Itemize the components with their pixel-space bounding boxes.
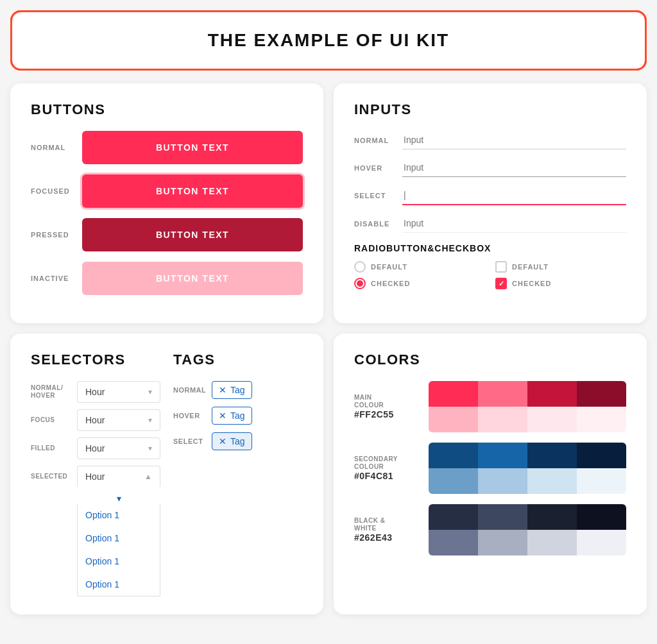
input-normal[interactable] xyxy=(402,131,626,149)
dropdown-caret-icon: ▾ xyxy=(77,493,160,504)
rb-label: DEFAULT xyxy=(371,263,407,271)
dropdown-item-2[interactable]: Option 1 xyxy=(78,550,160,573)
tag-select[interactable]: ✕ Tag xyxy=(212,432,252,450)
tag-row-2: SELECT ✕ Tag xyxy=(173,432,303,450)
checkbox-checked-icon[interactable]: ✓ xyxy=(495,278,507,289)
input-state-label: NORMAL xyxy=(354,137,402,144)
color-palette-0: MAIN COLOUR #FF2C55 xyxy=(354,381,626,432)
button-row: PRESSED BUTTON TEXT xyxy=(31,218,303,251)
tag-row-0: NORMAL ✕ Tag xyxy=(173,381,303,399)
selector-row-0: NORMAL/ HOVER Hour ▾ xyxy=(31,381,160,403)
color-swatch-0-5 xyxy=(478,407,527,432)
input-row: HOVER xyxy=(354,158,626,177)
inputs-card: INPUTS NORMAL HOVER SELECT DISABLE RADIO… xyxy=(334,83,647,323)
color-swatch-1-7 xyxy=(577,468,626,494)
button-state-label: NORMAL xyxy=(31,144,82,151)
selector-value: Hour xyxy=(85,415,105,425)
selector-focus[interactable]: Hour ▾ xyxy=(77,409,160,431)
selector-label: FILLED xyxy=(31,445,77,452)
color-swatch-1-0 xyxy=(429,443,478,468)
radiobutton-title: RADIOBUTTON&CHECKBOX xyxy=(354,243,626,253)
input-state-label: HOVER xyxy=(354,164,402,172)
selector-row-1: FOCUS Hour ▾ xyxy=(31,409,160,431)
rb-row-2: CHECKED xyxy=(354,278,485,289)
colors-title: COLORS xyxy=(354,352,626,368)
tag-x-icon: ✕ xyxy=(219,385,226,395)
btn-inactive[interactable]: BUTTON TEXT xyxy=(82,262,303,295)
tag-state-label: NORMAL xyxy=(173,386,212,394)
selector-selected[interactable]: Hour ▲ xyxy=(77,466,160,487)
color-swatch-1-6 xyxy=(527,468,577,494)
color-hex: #FF2C55 xyxy=(354,409,418,419)
radio-default-icon[interactable] xyxy=(354,261,366,273)
input-row: DISABLE xyxy=(354,214,626,233)
selector-filled[interactable]: Hour ▾ xyxy=(77,437,160,459)
button-row: NORMAL BUTTON TEXT xyxy=(31,131,303,164)
input-hover[interactable] xyxy=(402,158,626,177)
selectors-tags-card: SELECTORS TAGS NORMAL/ HOVER Hour ▾ FOCU… xyxy=(10,334,323,614)
color-swatch-0-4 xyxy=(429,407,478,432)
btn-focused[interactable]: BUTTON TEXT xyxy=(82,174,303,208)
inputs-title: INPUTS xyxy=(354,101,626,118)
selector-row-3: SELECTED Hour ▲ ▾Option 1Option 1Option … xyxy=(31,466,160,597)
tag-text: Tag xyxy=(230,436,245,446)
color-swatch-0-7 xyxy=(577,407,626,432)
tag-normal[interactable]: ✕ Tag xyxy=(212,381,252,399)
tag-state-label: HOVER xyxy=(173,412,212,419)
selector-row-2: FILLED Hour ▾ xyxy=(31,437,160,459)
btn-pressed[interactable]: BUTTON TEXT xyxy=(82,218,303,251)
color-swatch-2-4 xyxy=(429,530,478,555)
color-swatch-0-6 xyxy=(527,407,577,432)
color-name: SECONDARY COLOUR xyxy=(354,455,418,471)
tag-text: Tag xyxy=(230,385,245,395)
input-row: NORMAL xyxy=(354,131,626,149)
chevron-icon: ▾ xyxy=(148,387,152,396)
dropdown-item-0[interactable]: Option 1 xyxy=(78,504,160,527)
input-state-label: DISABLE xyxy=(354,220,402,228)
tag-text: Tag xyxy=(230,411,245,421)
color-swatch-1-3 xyxy=(577,443,626,468)
color-swatch-2-2 xyxy=(527,504,577,530)
radio-checked-icon[interactable] xyxy=(354,278,366,289)
color-swatch-2-1 xyxy=(478,504,527,530)
color-swatch-1-4 xyxy=(429,468,478,494)
checkbox-default-icon[interactable] xyxy=(495,261,507,273)
tags-title: TAGS xyxy=(173,352,215,368)
tag-row-1: HOVER ✕ Tag xyxy=(173,407,303,425)
chevron-icon: ▲ xyxy=(144,472,152,481)
color-swatch-1-2 xyxy=(527,443,577,468)
color-swatch-0-2 xyxy=(527,381,577,407)
tag-hover[interactable]: ✕ Tag xyxy=(212,407,252,425)
color-swatches-grid xyxy=(429,443,626,494)
rb-label: DEFAULT xyxy=(512,263,549,271)
input-select[interactable] xyxy=(402,186,626,205)
selectors-title: SELECTORS xyxy=(31,352,126,368)
color-palette-2: BLACK & WHITE #262E43 xyxy=(354,504,626,555)
buttons-title: BUTTONS xyxy=(31,101,303,118)
color-swatches-grid xyxy=(429,381,626,432)
tag-x-icon: ✕ xyxy=(219,436,226,446)
tag-state-label: SELECT xyxy=(173,437,212,445)
input-disabled xyxy=(402,214,626,233)
header-box: THE EXAMPLE OF UI KIT xyxy=(10,10,647,71)
selector-label: FOCUS xyxy=(31,416,77,424)
selector-normal[interactable]: Hour ▾ xyxy=(77,381,160,403)
dropdown-item-3[interactable]: Option 1 xyxy=(78,573,160,596)
color-swatch-1-1 xyxy=(478,443,527,468)
selector-value: Hour xyxy=(85,387,105,397)
color-swatch-0-1 xyxy=(478,381,527,407)
selector-label: SELECTED xyxy=(31,473,77,480)
btn-normal[interactable]: BUTTON TEXT xyxy=(82,131,303,164)
color-swatches-grid xyxy=(429,504,626,555)
button-state-label: FOCUSED xyxy=(31,187,82,195)
input-state-label: SELECT xyxy=(354,192,402,199)
color-swatch-2-6 xyxy=(527,530,577,555)
rb-row-0: DEFAULT xyxy=(354,261,485,273)
color-swatch-1-5 xyxy=(478,468,527,494)
dropdown-item-1[interactable]: Option 1 xyxy=(78,527,160,550)
color-swatch-2-0 xyxy=(429,504,478,530)
button-state-label: INACTIVE xyxy=(31,275,82,282)
color-swatch-0-0 xyxy=(429,381,478,407)
color-swatch-0-3 xyxy=(577,381,626,407)
rb-label: CHECKED xyxy=(371,280,410,287)
